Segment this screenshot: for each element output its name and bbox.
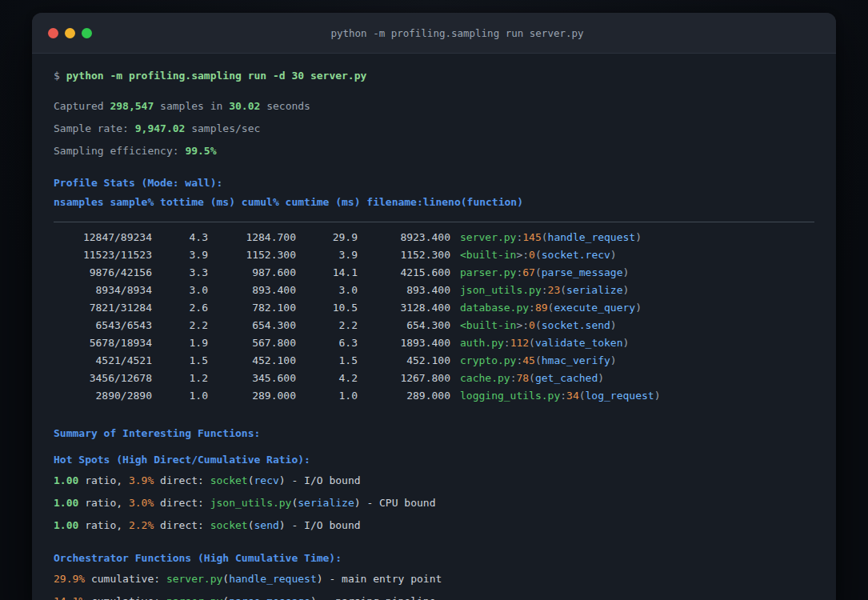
function-name: send	[254, 519, 279, 531]
file-separator: :	[504, 337, 510, 349]
hot-spot-line: 1.00 ratio, 3.0% direct: json_utils.py(s…	[54, 492, 814, 514]
paren-open: (	[222, 595, 229, 600]
hot-spot-line: 1.00 ratio, 2.2% direct: socket(send) - …	[54, 514, 814, 537]
paren-close: )	[279, 474, 286, 486]
line-number: 67	[522, 266, 535, 278]
hot-spots-heading: Hot Spots (High Direct/Cumulative Ratio)…	[54, 450, 814, 470]
cell-tottime: 1152.300	[208, 246, 296, 264]
minimize-button[interactable]	[65, 28, 75, 38]
paren-open: (	[542, 231, 548, 243]
file-separator: :	[560, 390, 566, 402]
ratio-value: 1.00	[54, 474, 78, 486]
cell-sample-pct: 3.9	[152, 246, 208, 264]
cell-sample-pct: 1.9	[152, 334, 208, 352]
line-number: 78	[516, 372, 529, 384]
paren-open: (	[560, 284, 566, 296]
paren-close: )	[310, 595, 317, 600]
profile-row: 11523/115233.91152.3003.91152.300<built-…	[54, 246, 814, 264]
file-name: database.py	[460, 302, 529, 314]
direct-pct: 3.0%	[129, 497, 154, 509]
function-name: socket.send	[542, 319, 610, 331]
paren-close: )	[610, 354, 617, 366]
paren-open: (	[529, 337, 535, 349]
paren-close: )	[610, 319, 617, 331]
orchestrator-function: server.py(handle_request)	[166, 573, 323, 585]
cell-cumul-pct: 2.2	[296, 317, 358, 334]
paren-close: )	[635, 231, 642, 243]
command-text: python -m profiling.sampling run -d 30 s…	[66, 70, 367, 82]
cell-nsamples: 2890/2890	[54, 387, 152, 405]
titlebar: python -m profiling.sampling run server.…	[32, 13, 836, 54]
paren-open: (	[248, 519, 254, 531]
paren-open: (	[535, 319, 542, 331]
cumulative-label: cumulative:	[91, 595, 160, 600]
cell-nsamples: 7821/31284	[54, 299, 152, 317]
close-button[interactable]	[48, 28, 58, 38]
profile-row: 12847/892344.31284.70029.98923.400server…	[54, 229, 814, 246]
module-name: parser.py	[166, 595, 222, 600]
file-name: server.py	[460, 231, 516, 243]
paren-close: )	[610, 249, 617, 261]
paren-close: )	[623, 266, 630, 278]
cell-cumul-pct: 29.9	[296, 229, 358, 246]
paren-close: )	[654, 390, 661, 402]
cell-tottime: 567.800	[208, 334, 296, 352]
function-name: validate_token	[535, 337, 623, 349]
sample-rate-label: Sample rate:	[54, 122, 129, 134]
function-name: hmac_verify	[542, 354, 610, 366]
file-name: crypto.py	[460, 354, 516, 366]
direct-pct: 2.2%	[129, 519, 154, 531]
module-name: socket	[210, 474, 248, 486]
cell-nsamples: 12847/89234	[54, 229, 152, 246]
cell-tottime: 289.000	[208, 387, 296, 405]
bound-note: - I/O bound	[291, 519, 360, 531]
summary-heading: Summary of Interesting Functions:	[54, 422, 814, 445]
profile-row: 4521/45211.5452.1001.5452.100crypto.py:4…	[54, 352, 814, 370]
paren-close: )	[317, 573, 323, 585]
file-name: <built-in	[460, 249, 516, 261]
cell-nsamples: 3456/12678	[54, 370, 152, 387]
profile-row: 5678/189341.9567.8006.31893.400auth.py:1…	[54, 334, 814, 352]
paren-open: (	[535, 266, 542, 278]
paren-open: (	[529, 372, 535, 384]
cell-sample-pct: 4.3	[152, 229, 208, 246]
function-name: recv	[254, 474, 279, 486]
cumulative-pct: 29.9%	[54, 573, 85, 585]
hot-spots-list: 1.00 ratio, 3.9% direct: socket(recv) - …	[54, 470, 814, 537]
file-separator: >:	[516, 319, 529, 331]
line-number: 112	[510, 337, 529, 349]
cell-tottime: 987.600	[208, 264, 296, 282]
paren-open: (	[222, 573, 229, 585]
ratio-label: ratio,	[85, 519, 122, 531]
ratio-label: ratio,	[85, 497, 122, 509]
orchestrator-line: 14.1% cumulative: parser.py(parse_messag…	[54, 590, 814, 600]
cell-cumtime: 1152.300	[358, 246, 450, 264]
cell-cumtime: 654.300	[358, 317, 450, 334]
window-title: python -m profiling.sampling run server.…	[55, 27, 836, 39]
orchestrator-line: 29.9% cumulative: server.py(handle_reque…	[54, 568, 814, 590]
zoom-button[interactable]	[82, 28, 92, 38]
function-name: handle_request	[548, 231, 636, 243]
file-separator: :	[529, 302, 535, 314]
cell-sample-pct: 3.0	[152, 282, 208, 299]
hot-spot-function: socket(send)	[210, 519, 286, 531]
paren-close: )	[635, 302, 642, 314]
cell-cumtime: 3128.400	[358, 299, 450, 317]
cell-cumtime: 8923.400	[358, 229, 450, 246]
cell-function: server.py:145(handle_request)	[460, 229, 642, 246]
captured-unit: seconds	[266, 100, 310, 112]
module-name: json_utils.py	[210, 497, 292, 509]
cumulative-label: cumulative:	[91, 573, 160, 585]
role-note: - main entry point	[329, 573, 442, 585]
file-separator: :	[542, 284, 548, 296]
captured-label: Captured	[54, 100, 104, 112]
direct-label: direct:	[160, 474, 204, 486]
line-number: 145	[522, 231, 541, 243]
cell-sample-pct: 1.5	[152, 352, 208, 370]
profile-row: 3456/126781.2345.6004.21267.800cache.py:…	[54, 370, 814, 387]
cell-nsamples: 4521/4521	[54, 352, 152, 370]
cell-cumul-pct: 6.3	[296, 334, 358, 352]
hot-spot-function: json_utils.py(serialize)	[210, 497, 361, 509]
sample-rate-unit: samples/sec	[191, 122, 260, 134]
paren-close: )	[354, 497, 361, 509]
